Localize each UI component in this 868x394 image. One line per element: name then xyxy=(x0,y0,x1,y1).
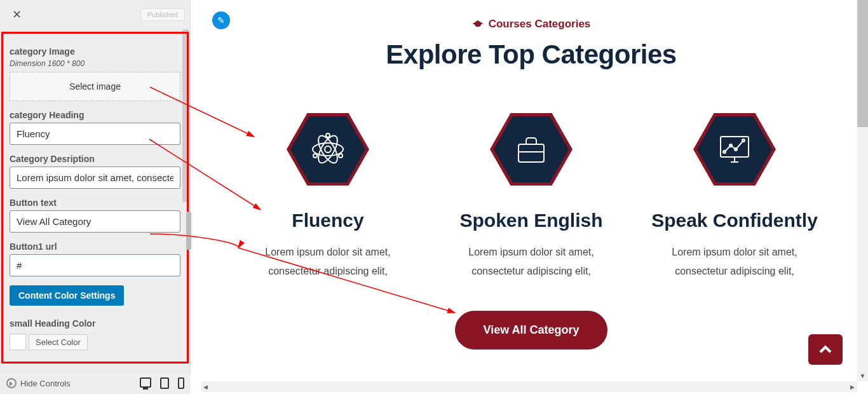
desktop-icon[interactable] xyxy=(140,377,151,388)
card-desc-line: Lorem ipsum dolor sit amet, xyxy=(639,243,830,262)
device-preview-icons xyxy=(140,377,184,389)
category-heading-input[interactable] xyxy=(10,123,180,145)
section-small-title: Courses Categories xyxy=(472,18,591,31)
card-desc-line: Lorem ipsum dolor sit amet, xyxy=(233,243,423,262)
svg-point-6 xyxy=(313,154,317,158)
button-text-input[interactable] xyxy=(10,210,180,233)
category-heading-label: category Heading xyxy=(10,110,180,120)
card-title: Spoken English xyxy=(436,210,627,231)
content-color-settings-button[interactable]: Content Color Settings xyxy=(10,285,124,306)
preview-content: Courses Categories Explore Top Categorie… xyxy=(194,0,868,350)
button-text-label: Button text xyxy=(10,198,180,208)
hexagon-icon-wrap xyxy=(287,108,369,191)
close-button[interactable]: ✕ xyxy=(5,3,28,26)
phone-icon[interactable] xyxy=(178,377,184,389)
edit-shortcut-button[interactable]: ✎ xyxy=(212,11,230,29)
svg-point-4 xyxy=(326,133,330,137)
preview-pane: ▼ ✎ Courses Categories Explore Top Categ… xyxy=(194,0,868,394)
pencil-icon: ✎ xyxy=(217,15,225,25)
scroll-to-top-button[interactable] xyxy=(808,334,843,365)
preview-scroll-down-arrow[interactable]: ▼ xyxy=(857,370,868,381)
select-image-button[interactable]: Select image xyxy=(10,72,180,101)
category-card: Fluency Lorem ipsum dolor sit amet, cons… xyxy=(233,108,423,282)
button-url-label: Button1 url xyxy=(10,241,180,252)
inner-scrollbar[interactable] xyxy=(186,212,191,250)
small-title-text: Courses Categories xyxy=(489,18,591,31)
preview-horizontal-scrollbar[interactable] xyxy=(201,381,857,392)
category-description-input[interactable] xyxy=(10,166,180,189)
card-title: Fluency xyxy=(233,210,423,231)
category-card: Speak Confidently Lorem ipsum dolor sit … xyxy=(639,108,830,282)
hexagon-icon-wrap xyxy=(490,108,573,191)
card-title: Speak Confidently xyxy=(639,210,830,231)
svg-point-5 xyxy=(339,154,342,158)
color-picker-row: Select Color xyxy=(10,334,180,350)
select-color-button[interactable]: Select Color xyxy=(29,334,88,350)
category-card: Spoken English Lorem ipsum dolor sit ame… xyxy=(436,108,627,282)
customizer-sidebar: ✕ Published category Image Dimension 160… xyxy=(0,0,191,372)
collapse-icon xyxy=(6,378,17,388)
graduation-cap-icon xyxy=(472,20,484,28)
category-cards-row: Fluency Lorem ipsum dolor sit amet, cons… xyxy=(220,108,843,282)
chevron-up-icon xyxy=(818,342,833,357)
section-big-title: Explore Top Categories xyxy=(220,39,843,70)
published-button[interactable]: Published xyxy=(140,8,185,21)
svg-point-0 xyxy=(325,146,331,153)
card-desc-line: consectetur adipiscing elit, xyxy=(639,262,830,281)
button-url-input[interactable] xyxy=(10,254,180,276)
category-image-label: category Image xyxy=(10,46,180,57)
card-desc-line: consectetur adipiscing elit, xyxy=(436,262,627,281)
card-desc-line: consectetur adipiscing elit, xyxy=(233,262,423,281)
category-image-dimension: Dimension 1600 * 800 xyxy=(10,59,180,68)
tablet-icon[interactable] xyxy=(160,377,169,389)
sidebar-header: ✕ Published xyxy=(0,0,190,29)
highlight-box: category Image Dimension 1600 * 800 Sele… xyxy=(1,32,189,363)
color-swatch[interactable] xyxy=(10,334,26,350)
small-heading-color-label: small Heading Color xyxy=(10,318,180,329)
preview-scroll-thumb[interactable] xyxy=(857,0,868,127)
view-all-category-button[interactable]: View All Category xyxy=(455,311,607,350)
svg-point-1 xyxy=(313,143,343,156)
category-description-label: Category Desription xyxy=(10,154,180,164)
sidebar-content: category Image Dimension 1600 * 800 Sele… xyxy=(3,34,187,362)
hexagon-icon-wrap xyxy=(693,108,776,191)
svg-rect-7 xyxy=(519,144,544,162)
hide-controls-button[interactable]: Hide Controls xyxy=(6,378,71,388)
close-icon: ✕ xyxy=(12,8,22,22)
hide-controls-label: Hide Controls xyxy=(20,379,71,388)
sidebar-footer: Hide Controls xyxy=(0,372,191,394)
card-desc-line: Lorem ipsum dolor sit amet, xyxy=(436,243,627,262)
